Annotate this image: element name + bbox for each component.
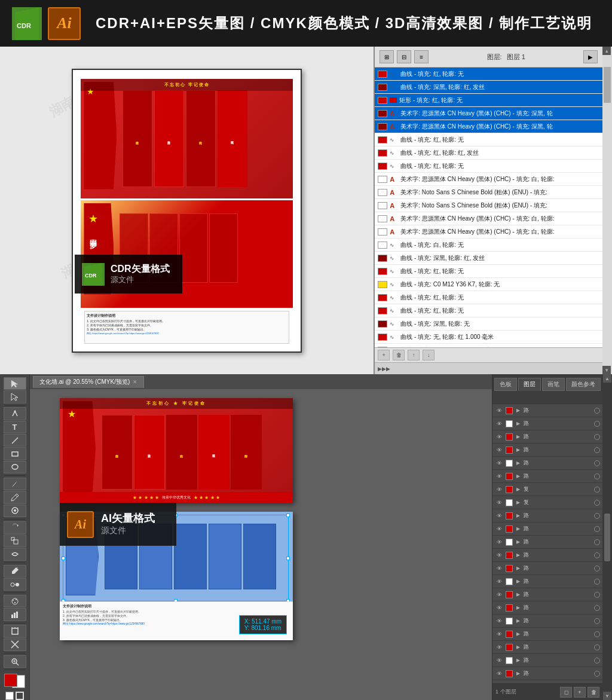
ai-layer-expand-15[interactable]: ▶ [515,605,521,611]
ai-layer-4[interactable]: 👁▶路 [492,457,602,470]
color-swatch-area[interactable] [4,674,25,688]
layer-item-18[interactable]: ∿ 曲线 - 填充: 红, 轮廓: 无 [375,304,602,317]
ai-eye-3[interactable]: 👁 [495,446,503,454]
ai-layer-13[interactable]: 👁▶路 [492,575,602,588]
ai-layer-expand-10[interactable]: ▶ [515,539,521,545]
ai-layer-expand-6[interactable]: ▶ [515,487,521,493]
ai-right-scrollbar[interactable]: ▲ ▼ [602,374,612,700]
ai-eye-6[interactable]: 👁 [495,485,503,494]
ai-eye-4[interactable]: 👁 [495,459,503,467]
ai-layer-8[interactable]: 👁▶路 [492,509,602,522]
layer-delete-btn[interactable]: 🗑 [393,350,405,360]
ai-eye-11[interactable]: 👁 [495,551,503,560]
ai-scroll-down[interactable]: ▼ [603,692,611,700]
tool-scale[interactable] [4,534,26,547]
ai-layer-12[interactable]: 👁▶路 [492,562,602,575]
layer-item-12[interactable]: A 美术字: 思源黑体 CN Heavy (黑体) (CHC) - 填充: 白,… [375,225,602,239]
ai-eye-19[interactable]: 👁 [495,656,503,665]
ai-eye-7[interactable]: 👁 [495,499,503,507]
ai-eye-20[interactable]: 👁 [495,670,503,678]
layer-item-10[interactable]: A 美术字: Noto Sans S Chinese Bold (粗体) (EN… [375,199,602,212]
ai-layer-expand-4[interactable]: ▶ [515,460,521,466]
ai-tab-color-guide[interactable]: 颜色参考 [566,378,601,391]
ai-layer-expand-16[interactable]: ▶ [515,618,521,624]
layer-item-2[interactable]: 矩形 - 填充: 红, 轮廓: 无 [375,94,602,107]
tool-slice[interactable] [4,638,26,651]
layer-move-up-btn[interactable]: ↑ [408,350,420,360]
ai-eye-10[interactable]: 👁 [495,538,503,546]
ai-layer-19[interactable]: 👁▶路 [492,654,602,667]
scroll-down-arrow[interactable]: ▼ [602,366,611,374]
ai-eye-17[interactable]: 👁 [495,630,503,638]
tool-blend[interactable] [4,578,26,591]
ai-delete-layer-btn[interactable]: 🗑 [587,687,599,698]
ai-eye-9[interactable]: 👁 [495,525,503,533]
ai-eye-5[interactable]: 👁 [495,472,503,481]
ai-layer-expand-12[interactable]: ▶ [515,565,521,571]
ai-layer-expand-14[interactable]: ▶ [515,592,521,598]
ai-layer-expand-1[interactable]: ▶ [515,421,521,427]
ai-layer-2[interactable]: 👁▶路 [492,430,602,444]
ai-layer-list[interactable]: 👁▶路 👁▶路 👁▶路 👁▶路 👁▶路 👁▶路 👁▶复 👁▶复 👁▶路 👁▶路 … [492,404,602,683]
layer-item-1[interactable]: ∿ 曲线 - 填充: 深黑, 轮廓: 红, 发丝 [375,81,602,94]
layer-item-8[interactable]: A 美术字: 思源黑体 CN Heavy (黑体) (CHC) - 填充: 白,… [375,173,602,186]
ai-eye-13[interactable]: 👁 [495,577,503,586]
ai-eye-15[interactable]: 👁 [495,604,503,612]
fill-none-icon[interactable] [5,692,14,700]
ai-layer-expand-18[interactable]: ▶ [515,644,521,650]
ai-eye-18[interactable]: 👁 [495,643,503,652]
ai-layer-expand-9[interactable]: ▶ [515,526,521,532]
ai-layer-15[interactable]: 👁▶路 [492,601,602,615]
layers-options-btn[interactable]: ▶ [583,50,598,63]
ai-layer-expand-13[interactable]: ▶ [515,579,521,585]
upper-right-scrollbar[interactable]: ▲ ▼ [602,47,612,374]
tool-line[interactable] [4,434,26,447]
ai-make-clip-btn[interactable]: ◻ [560,687,572,698]
tool-select[interactable] [4,377,26,390]
layer-item-9[interactable]: A 美术字: Noto Sans S Chinese Bold (粗体) (EN… [375,186,602,199]
ai-scroll-up[interactable]: ▲ [603,374,611,383]
scroll-up-arrow[interactable]: ▲ [602,47,611,55]
ai-new-layer-btn[interactable]: + [574,687,586,698]
ai-eye-0[interactable]: 👁 [495,406,503,415]
ai-layer-expand-19[interactable]: ▶ [515,658,521,664]
layer-item-17[interactable]: ∿ 曲线 - 填充: 红, 轮廓: 无 [375,291,602,304]
ai-tab-close[interactable]: ✕ [133,379,137,385]
tool-paintbrush[interactable] [4,478,26,490]
layer-item-16[interactable]: ∿ 曲线 - 填充: C0 M12 Y36 K7, 轮廓: 无 [375,278,602,291]
layer-item-7[interactable]: ∿ 曲线 - 填充: 红, 轮廓: 无 [375,160,602,173]
layer-item-14[interactable]: ∿ 曲线 - 填充: 深黑, 轮廓: 红, 发丝 [375,252,602,265]
layer-item-13[interactable]: ∿ 曲线 - 填充: 白, 轮廓: 无 [375,239,602,252]
layer-item-5[interactable]: ∿ 曲线 - 填充: 红, 轮廓: 无 [375,133,602,146]
ai-layer-9[interactable]: 👁▶路 [492,522,602,536]
ai-canvas-container[interactable]: 湖南网 湖南网 湖南网 ★ 党建内容 主要内容 文化内容 展示区域 附加内容 [30,389,492,700]
layer-item-4[interactable]: A 美术字: 思源黑体 CN Heavy (黑体) (CHC) - 填充: 深黑… [375,120,602,133]
tool-column-graph[interactable] [4,608,26,620]
ai-layer-16[interactable]: 👁▶路 [492,615,602,628]
tool-blob-brush[interactable] [4,505,26,517]
tool-type[interactable]: T [4,421,26,433]
ai-tab-layers[interactable]: 图层 [518,378,541,391]
layers-tab-btn-2[interactable]: ⊟ [397,50,411,63]
ai-eye-14[interactable]: 👁 [495,591,503,599]
layer-new-btn[interactable]: + [378,350,390,360]
ai-layer-14[interactable]: 👁▶路 [492,588,602,601]
ai-tab-swatches[interactable]: 色板 [494,378,517,391]
ai-layer-0[interactable]: 👁▶路 [492,404,602,417]
tool-warp[interactable] [4,548,26,560]
ai-scroll-thumb[interactable] [604,513,610,561]
tool-eyedropper[interactable] [4,565,26,577]
ai-tab-brushes[interactable]: 画笔 [542,378,565,391]
layer-item-19[interactable]: ∿ 曲线 - 填充: 深黑, 轮廓: 无 [375,317,602,331]
ai-eye-16[interactable]: 👁 [495,617,503,625]
ai-layer-11[interactable]: 👁▶路 [492,549,602,562]
layer-item-0[interactable]: ∿ 曲线 - 填充: 红, 轮廓: 无 [375,68,602,81]
tool-pen[interactable] [4,407,26,420]
ai-layer-expand-3[interactable]: ▶ [515,447,521,453]
layer-item-15[interactable]: ∿ 曲线 - 填充: 红, 轮廓: 无 [375,265,602,278]
tool-pencil[interactable] [4,491,26,503]
ai-layer-expand-8[interactable]: ▶ [515,513,521,519]
stroke-none-icon[interactable] [16,692,24,700]
layer-move-down-btn[interactable]: ↓ [423,350,434,360]
layers-tab-btn-3[interactable]: ≡ [414,50,429,63]
